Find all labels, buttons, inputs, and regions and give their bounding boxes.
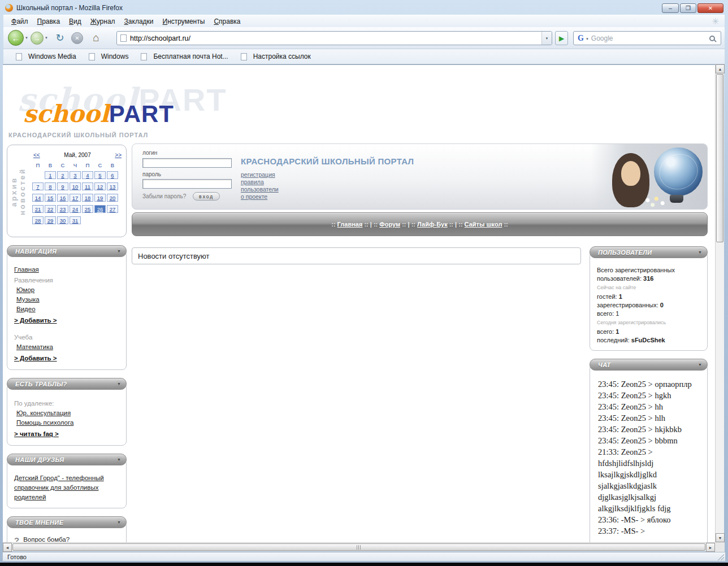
navbar-link[interactable]: Лайф-Бук	[417, 221, 448, 228]
calendar-day[interactable]: 19	[94, 194, 106, 202]
calendar-day[interactable]: 4	[82, 171, 93, 179]
nav-link[interactable]: Музыка	[16, 295, 119, 304]
calendar-day[interactable]: 30	[57, 216, 68, 224]
collapse-arrow-icon[interactable]: ▼	[115, 519, 123, 526]
calendar-day[interactable]: 1	[45, 171, 56, 179]
calendar-day[interactable]: 13	[107, 182, 118, 190]
scroll-up-icon[interactable]: ▲	[716, 64, 725, 73]
collapse-arrow-icon[interactable]: ▼	[115, 380, 123, 388]
header-link[interactable]: о проекте	[241, 193, 414, 201]
calendar-day[interactable]: 31	[70, 216, 81, 224]
login-input[interactable]	[142, 158, 232, 168]
calendar-day[interactable]: 25	[82, 205, 93, 213]
search-input[interactable]	[591, 34, 709, 42]
url-input[interactable]	[130, 34, 541, 42]
calendar-day[interactable]: 21	[32, 205, 44, 213]
bookmark-item[interactable]: Настройка ссылок	[233, 51, 315, 62]
menu-item[interactable]: Файл	[7, 16, 33, 27]
resize-grip[interactable]	[717, 553, 724, 560]
login-submit-button[interactable]: вход	[193, 192, 220, 201]
calendar-day[interactable]: 18	[82, 194, 93, 202]
calendar-day[interactable]	[32, 171, 44, 179]
calendar-day[interactable]: 20	[107, 194, 118, 202]
calendar-day[interactable]: 26	[94, 205, 106, 213]
calendar-day[interactable]: 23	[57, 205, 68, 213]
go-button[interactable]: ▶	[555, 31, 568, 45]
home-button[interactable]: ⌂	[89, 31, 103, 45]
navbar-link[interactable]: Сайты школ	[465, 221, 502, 228]
menu-item[interactable]: Правка	[33, 16, 65, 27]
bookmark-item[interactable]: Windows Media	[8, 51, 81, 62]
calendar-day[interactable]: 10	[70, 182, 81, 190]
menu-item[interactable]: Инструменты	[158, 16, 210, 27]
calendar-day[interactable]: 8	[45, 182, 56, 190]
back-dropdown-icon[interactable]: ▼	[25, 36, 28, 40]
url-dropdown-icon[interactable]: ▼	[541, 32, 552, 45]
nav-link[interactable]: Юмор	[16, 285, 119, 295]
collapse-arrow-icon[interactable]: ▼	[696, 249, 704, 256]
collapse-arrow-icon[interactable]: ▼	[696, 361, 704, 368]
add-link[interactable]: > Добавить >	[14, 315, 119, 326]
menu-item[interactable]: Справка	[209, 16, 245, 27]
nav-link[interactable]: Видео	[16, 304, 119, 314]
calendar-day[interactable]: 2	[57, 171, 68, 179]
navbar-link[interactable]: Форум	[379, 221, 400, 228]
google-logo-icon[interactable]: G	[578, 34, 584, 43]
search-icon[interactable]	[709, 36, 715, 41]
calendar-day[interactable]: 28	[32, 216, 44, 224]
scroll-down-icon[interactable]: ▼	[716, 533, 725, 542]
calendar-day[interactable]	[82, 216, 93, 224]
forward-button[interactable]: →	[31, 32, 44, 45]
calendar-day[interactable]: 24	[70, 205, 81, 213]
password-input[interactable]	[142, 179, 232, 189]
calendar-day[interactable]: 29	[45, 216, 56, 224]
minimize-button[interactable]: –	[662, 3, 679, 13]
forward-dropdown-icon[interactable]: ▼	[45, 36, 48, 40]
faq-link[interactable]: > читать faq >	[14, 429, 119, 439]
search-engine-dropdown-icon[interactable]: ▼	[586, 37, 589, 41]
menu-item[interactable]: Вид	[64, 16, 86, 27]
maximize-button[interactable]: ❐	[680, 3, 696, 13]
search-bar[interactable]: G ▼	[573, 31, 721, 45]
scroll-left-icon[interactable]: ◄	[3, 543, 12, 552]
calendar-day[interactable]: 5	[94, 171, 106, 179]
reload-button[interactable]: ↻	[53, 31, 67, 45]
collapse-arrow-icon[interactable]: ▼	[115, 247, 123, 255]
calendar-day[interactable]	[107, 216, 118, 224]
header-link[interactable]: правила	[241, 178, 414, 186]
calendar-day[interactable]: 16	[57, 194, 68, 202]
scroll-right-icon[interactable]: ►	[706, 543, 715, 552]
friend-link[interactable]: Детский Город" - телефонный справочник д…	[14, 473, 119, 502]
nav-link[interactable]: Математика	[16, 342, 119, 352]
menu-item[interactable]: Закладки	[120, 16, 158, 27]
close-button[interactable]: ✕	[697, 3, 723, 13]
calendar-day[interactable]: 11	[82, 182, 93, 190]
add-link[interactable]: > Добавить >	[14, 353, 119, 364]
vertical-scrollbar[interactable]: ▲ ▼	[715, 64, 724, 542]
calendar-day[interactable]: 14	[32, 194, 44, 202]
stop-button[interactable]: ✕	[71, 32, 83, 44]
calendar-day[interactable]: 17	[70, 194, 81, 202]
horizontal-scrollbar[interactable]: ◄ ►	[3, 542, 715, 551]
collapse-arrow-icon[interactable]: ▼	[115, 456, 123, 463]
calendar-day[interactable]: 15	[45, 194, 56, 202]
bookmark-item[interactable]: Бесплатная почта Hot...	[133, 51, 232, 62]
menu-item[interactable]: Журнал	[86, 16, 120, 27]
calendar-prev-link[interactable]: <<	[33, 152, 40, 158]
calendar-day[interactable]: 12	[94, 182, 106, 190]
trouble-link[interactable]: Помощь психолога	[16, 418, 119, 428]
header-link[interactable]: пользователи	[241, 186, 414, 193]
calendar-day[interactable]: 9	[57, 182, 68, 190]
trouble-link[interactable]: Юр. консультация	[16, 408, 119, 418]
navbar-link[interactable]: Главная	[337, 221, 363, 228]
calendar-day[interactable]	[94, 216, 106, 224]
horizontal-scrollbar-thumb[interactable]	[12, 543, 705, 551]
header-link[interactable]: регистрация	[241, 171, 414, 178]
back-button[interactable]: ←	[8, 30, 24, 46]
calendar-day[interactable]: 27	[107, 205, 118, 213]
calendar-next-link[interactable]: >>	[115, 152, 122, 158]
calendar-day[interactable]: 6	[107, 171, 118, 179]
calendar-day[interactable]: 3	[70, 171, 81, 179]
calendar-day[interactable]: 22	[45, 205, 56, 213]
calendar-day[interactable]: 7	[32, 182, 44, 190]
